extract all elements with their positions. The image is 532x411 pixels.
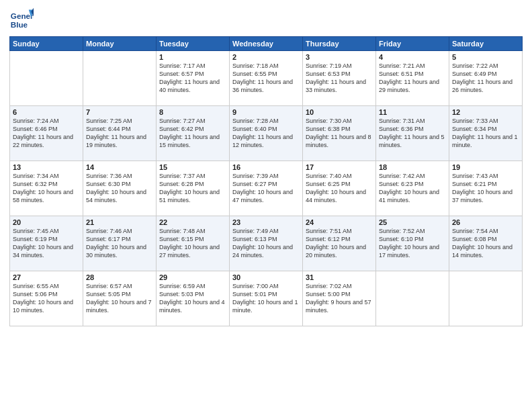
calendar-cell [376, 271, 449, 326]
day-number: 27 [13, 273, 80, 281]
weekday-header-wednesday: Wednesday [230, 37, 303, 51]
calendar-cell: 5Sunrise: 7:22 AM Sunset: 6:49 PM Daylig… [449, 51, 523, 106]
calendar-cell [10, 51, 83, 106]
day-number: 30 [232, 273, 300, 281]
week-row-1: 1Sunrise: 7:17 AM Sunset: 6:57 PM Daylig… [10, 51, 523, 106]
calendar-cell: 25Sunrise: 7:52 AM Sunset: 6:10 PM Dayli… [376, 216, 449, 271]
day-info: Sunrise: 6:57 AM Sunset: 5:05 PM Dayligh… [86, 282, 153, 315]
day-number: 25 [379, 218, 446, 226]
calendar-cell [449, 271, 523, 326]
day-number: 1 [159, 53, 226, 61]
day-number: 18 [379, 163, 446, 171]
calendar-cell: 22Sunrise: 7:48 AM Sunset: 6:15 PM Dayli… [157, 216, 230, 271]
day-info: Sunrise: 7:30 AM Sunset: 6:38 PM Dayligh… [306, 117, 373, 150]
day-number: 19 [452, 163, 519, 171]
day-number: 17 [306, 163, 373, 171]
week-row-2: 6Sunrise: 7:24 AM Sunset: 6:46 PM Daylig… [10, 106, 523, 161]
weekday-header-saturday: Saturday [449, 37, 523, 51]
day-number: 12 [452, 108, 519, 116]
day-info: Sunrise: 7:48 AM Sunset: 6:15 PM Dayligh… [159, 227, 226, 260]
day-number: 3 [306, 53, 373, 61]
day-info: Sunrise: 6:55 AM Sunset: 5:06 PM Dayligh… [13, 282, 80, 315]
day-info: Sunrise: 7:39 AM Sunset: 6:27 PM Dayligh… [232, 172, 300, 205]
day-info: Sunrise: 7:21 AM Sunset: 6:51 PM Dayligh… [379, 62, 446, 95]
calendar-cell: 23Sunrise: 7:49 AM Sunset: 6:13 PM Dayli… [230, 216, 303, 271]
day-info: Sunrise: 7:49 AM Sunset: 6:13 PM Dayligh… [232, 227, 300, 260]
calendar-header-row: SundayMondayTuesdayWednesdayThursdayFrid… [10, 37, 523, 51]
day-number: 26 [452, 218, 519, 226]
day-number: 5 [452, 53, 519, 61]
day-info: Sunrise: 7:54 AM Sunset: 6:08 PM Dayligh… [452, 227, 519, 260]
day-number: 24 [306, 218, 373, 226]
calendar-body: 1Sunrise: 7:17 AM Sunset: 6:57 PM Daylig… [10, 51, 523, 326]
day-info: Sunrise: 7:45 AM Sunset: 6:19 PM Dayligh… [13, 227, 80, 260]
day-number: 2 [232, 53, 300, 61]
calendar-cell: 17Sunrise: 7:40 AM Sunset: 6:25 PM Dayli… [303, 161, 376, 216]
day-info: Sunrise: 7:24 AM Sunset: 6:46 PM Dayligh… [13, 117, 80, 150]
day-number: 29 [159, 273, 226, 281]
calendar-cell: 26Sunrise: 7:54 AM Sunset: 6:08 PM Dayli… [449, 216, 523, 271]
calendar-cell: 13Sunrise: 7:34 AM Sunset: 6:32 PM Dayli… [10, 161, 83, 216]
day-number: 6 [13, 108, 80, 116]
calendar-cell: 9Sunrise: 7:28 AM Sunset: 6:40 PM Daylig… [230, 106, 303, 161]
calendar-cell: 3Sunrise: 7:19 AM Sunset: 6:53 PM Daylig… [303, 51, 376, 106]
weekday-header-sunday: Sunday [10, 37, 83, 51]
day-number: 9 [232, 108, 300, 116]
weekday-header-tuesday: Tuesday [157, 37, 230, 51]
day-info: Sunrise: 7:46 AM Sunset: 6:17 PM Dayligh… [86, 227, 153, 260]
calendar-cell: 7Sunrise: 7:25 AM Sunset: 6:44 PM Daylig… [83, 106, 157, 161]
day-number: 8 [159, 108, 226, 116]
day-number: 15 [159, 163, 226, 171]
calendar-cell: 15Sunrise: 7:37 AM Sunset: 6:28 PM Dayli… [157, 161, 230, 216]
week-row-4: 20Sunrise: 7:45 AM Sunset: 6:19 PM Dayli… [10, 216, 523, 271]
day-number: 16 [232, 163, 300, 171]
day-number: 20 [13, 218, 80, 226]
calendar-cell: 20Sunrise: 7:45 AM Sunset: 6:19 PM Dayli… [10, 216, 83, 271]
day-number: 11 [379, 108, 446, 116]
day-info: Sunrise: 7:00 AM Sunset: 5:01 PM Dayligh… [232, 282, 300, 315]
calendar-cell: 14Sunrise: 7:36 AM Sunset: 6:30 PM Dayli… [83, 161, 157, 216]
day-info: Sunrise: 7:37 AM Sunset: 6:28 PM Dayligh… [159, 172, 226, 205]
calendar-cell: 10Sunrise: 7:30 AM Sunset: 6:38 PM Dayli… [303, 106, 376, 161]
calendar-cell: 31Sunrise: 7:02 AM Sunset: 5:00 PM Dayli… [303, 271, 376, 326]
calendar-cell: 28Sunrise: 6:57 AM Sunset: 5:05 PM Dayli… [83, 271, 157, 326]
day-number: 22 [159, 218, 226, 226]
calendar-cell: 8Sunrise: 7:27 AM Sunset: 6:42 PM Daylig… [157, 106, 230, 161]
calendar-cell: 18Sunrise: 7:42 AM Sunset: 6:23 PM Dayli… [376, 161, 449, 216]
day-number: 21 [86, 218, 153, 226]
calendar-cell: 6Sunrise: 7:24 AM Sunset: 6:46 PM Daylig… [10, 106, 83, 161]
svg-text:Blue: Blue [11, 20, 28, 29]
calendar-cell: 19Sunrise: 7:43 AM Sunset: 6:21 PM Dayli… [449, 161, 523, 216]
weekday-header-thursday: Thursday [303, 37, 376, 51]
calendar-cell: 11Sunrise: 7:31 AM Sunset: 6:36 PM Dayli… [376, 106, 449, 161]
day-number: 13 [13, 163, 80, 171]
calendar-cell: 21Sunrise: 7:46 AM Sunset: 6:17 PM Dayli… [83, 216, 157, 271]
calendar-cell: 12Sunrise: 7:33 AM Sunset: 6:34 PM Dayli… [449, 106, 523, 161]
day-info: Sunrise: 7:42 AM Sunset: 6:23 PM Dayligh… [379, 172, 446, 205]
calendar-cell: 1Sunrise: 7:17 AM Sunset: 6:57 PM Daylig… [157, 51, 230, 106]
day-number: 10 [306, 108, 373, 116]
calendar-cell: 4Sunrise: 7:21 AM Sunset: 6:51 PM Daylig… [376, 51, 449, 106]
day-info: Sunrise: 7:17 AM Sunset: 6:57 PM Dayligh… [159, 62, 226, 95]
calendar-cell: 2Sunrise: 7:18 AM Sunset: 6:55 PM Daylig… [230, 51, 303, 106]
day-info: Sunrise: 7:51 AM Sunset: 6:12 PM Dayligh… [306, 227, 373, 260]
day-info: Sunrise: 7:02 AM Sunset: 5:00 PM Dayligh… [306, 282, 373, 315]
weekday-header-monday: Monday [83, 37, 157, 51]
calendar-cell: 29Sunrise: 6:59 AM Sunset: 5:03 PM Dayli… [157, 271, 230, 326]
day-info: Sunrise: 7:34 AM Sunset: 6:32 PM Dayligh… [13, 172, 80, 205]
day-info: Sunrise: 6:59 AM Sunset: 5:03 PM Dayligh… [159, 282, 226, 315]
calendar-cell: 30Sunrise: 7:00 AM Sunset: 5:01 PM Dayli… [230, 271, 303, 326]
logo: General Blue [9, 7, 34, 31]
day-info: Sunrise: 7:28 AM Sunset: 6:40 PM Dayligh… [232, 117, 300, 150]
day-number: 14 [86, 163, 153, 171]
day-info: Sunrise: 7:40 AM Sunset: 6:25 PM Dayligh… [306, 172, 373, 205]
day-number: 4 [379, 53, 446, 61]
calendar-cell: 24Sunrise: 7:51 AM Sunset: 6:12 PM Dayli… [303, 216, 376, 271]
calendar-cell: 16Sunrise: 7:39 AM Sunset: 6:27 PM Dayli… [230, 161, 303, 216]
day-info: Sunrise: 7:33 AM Sunset: 6:34 PM Dayligh… [452, 117, 519, 150]
header: General Blue [9, 7, 523, 31]
day-info: Sunrise: 7:43 AM Sunset: 6:21 PM Dayligh… [452, 172, 519, 205]
week-row-3: 13Sunrise: 7:34 AM Sunset: 6:32 PM Dayli… [10, 161, 523, 216]
day-info: Sunrise: 7:31 AM Sunset: 6:36 PM Dayligh… [379, 117, 446, 150]
day-number: 23 [232, 218, 300, 226]
